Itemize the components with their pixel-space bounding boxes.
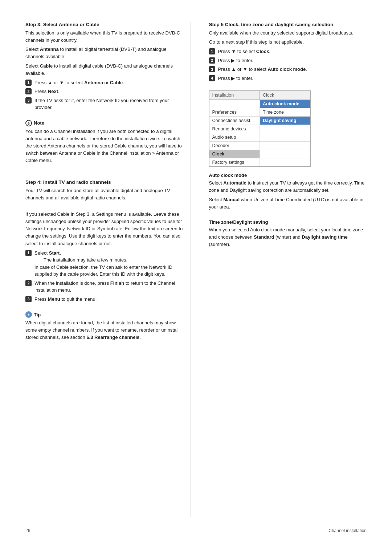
step5-list: 1 Press ▼ to select Clock. 2 Press ▶ to …	[209, 48, 367, 82]
step3-text3: If the TV asks for it, enter the Network…	[34, 97, 183, 111]
step4-para2: If you selected Cable in Step 3, a Setti…	[25, 211, 183, 247]
auto-clock-section: Auto clock mode Select Automatic to inst…	[209, 173, 367, 211]
tv-menu-cell-left-2: Preferences	[209, 108, 260, 116]
tv-menu-cell-right-1: Auto clock mode	[260, 100, 310, 108]
note-box: e Note You can do a Channel installation…	[25, 120, 183, 165]
step5-text1: Press ▼ to select Clock.	[218, 48, 270, 55]
note-body: You can do a Channel installation if you…	[25, 128, 183, 165]
auto-clock-body: Select Automatic to instruct your TV to …	[209, 179, 367, 211]
auto-clock-heading: Auto clock mode	[209, 173, 367, 178]
step4-sub1: The installation may take a few minutes.…	[34, 257, 172, 277]
tv-menu-cell-right-6	[260, 142, 310, 150]
step5-item3: 3 Press ▲ or ▼ to select Auto clock mode…	[209, 66, 367, 73]
tv-menu-row-3: Connections assist. Daylight saving	[209, 117, 310, 125]
tv-menu-cell-left-3: Connections assist.	[209, 117, 260, 125]
divider1	[25, 172, 183, 172]
tv-menu-row-2: Preferences Time zone	[209, 108, 310, 117]
tip-box: + Tip When digital channels are found, t…	[25, 311, 183, 341]
tv-menu-header: Installation Clock	[209, 91, 310, 100]
right-column: Step 5 Clock, time zone and daylight sav…	[205, 22, 367, 517]
step4-item1: 1 Select Start. The installation may tak…	[25, 250, 183, 278]
step3-item3: 3 If the TV asks for it, enter the Netwo…	[25, 97, 183, 111]
tv-menu-cell-left-6: Decoder	[209, 142, 260, 150]
step3-title: Step 3: Select Antenna or Cable	[25, 22, 183, 27]
tv-menu-header-clock: Clock	[260, 91, 310, 100]
step4-text2: When the installation is done, press Fin…	[34, 280, 183, 294]
tip-label: Tip	[34, 312, 41, 317]
step3-body: This selection is only available when th…	[25, 29, 183, 111]
tip-title: + Tip	[25, 311, 183, 318]
step5-intro: Only available when the country selected…	[209, 29, 367, 37]
tv-menu-cell-left-8: Factory settings	[209, 158, 260, 166]
tv-menu-row-6: Decoder	[209, 142, 310, 150]
tv-menu-row-5: Audio setup	[209, 133, 310, 142]
tv-menu-cell-right-8	[260, 158, 310, 166]
step4-text3: Press Menu to quit the menu.	[34, 296, 97, 303]
step4-section: Step 4: Install TV and radio channels Yo…	[25, 179, 183, 303]
tv-menu-cell-right-4	[260, 125, 310, 133]
left-column: Step 3: Select Antenna or Cable This sel…	[25, 22, 191, 517]
step5-text2: Press ▶ to enter.	[218, 57, 253, 64]
tv-menu-cell-right-3: Daylight saving	[260, 117, 310, 125]
tv-menu-row-4: Rename devices	[209, 125, 310, 133]
step4-item3: 3 Press Menu to quit the menu.	[25, 296, 183, 303]
step5-item2: 2 Press ▶ to enter.	[209, 57, 367, 64]
tv-menu-cell-right-2: Time zone	[260, 108, 310, 116]
step5-text3: Press ▲ or ▼ to select Auto clock mode.	[218, 66, 307, 73]
timezone-section: Time zone/Daylight saving When you selec…	[209, 219, 367, 248]
page-label: Channel installation	[328, 528, 367, 533]
tv-menu-header-installation: Installation	[209, 91, 260, 100]
timezone-body: When you selected Auto clock mode manual…	[209, 226, 367, 248]
step3-intro: This selection is only available when th…	[25, 29, 183, 44]
tv-menu-cell-left-4: Rename devices	[209, 125, 260, 133]
step3-para1: Select Antenna to install all digital te…	[25, 46, 183, 60]
step3-badge3: 3	[25, 97, 32, 104]
tv-menu-row-7: Clock	[209, 150, 310, 158]
auto-clock-para1: Select Automatic to instruct your TV to …	[209, 179, 367, 194]
step4-badge2: 2	[25, 280, 32, 286]
step5-badge1: 1	[209, 48, 215, 54]
step5-sub: Go to a next step if this step is not ap…	[209, 39, 367, 46]
step3-badge2: 2	[25, 88, 32, 94]
tv-menu-row-1: ... Auto clock mode	[209, 100, 310, 108]
timezone-para: When you selected Auto clock mode manual…	[209, 226, 367, 248]
step5-badge3: 3	[209, 66, 215, 72]
step3-item2: 2 Press Next.	[25, 88, 183, 95]
tv-menu-cell-left-7: Clock	[209, 150, 260, 158]
step5-section: Step 5 Clock, time zone and daylight sav…	[209, 22, 367, 82]
note-label: Note	[34, 120, 44, 126]
footer: 26 Channel installation	[25, 517, 367, 533]
step4-intro: Your TV will search for and store all av…	[25, 187, 183, 202]
tv-menu-row-8: Factory settings	[209, 158, 310, 166]
step3-text1: Press ▲ or ▼ to select Antenna or Cable.	[34, 79, 124, 86]
timezone-heading: Time zone/Daylight saving	[209, 219, 367, 225]
step4-body: Your TV will search for and store all av…	[25, 187, 183, 303]
step5-text4: Press ▶ to enter.	[218, 75, 253, 82]
step4-badge3: 3	[25, 296, 32, 302]
tip-icon: +	[25, 311, 32, 318]
tip-body: When digital channels are found, the lis…	[25, 319, 183, 341]
step4-text1: Select Start. The installation may take …	[34, 250, 183, 278]
tv-menu-cell-right-7	[260, 150, 310, 158]
step5-body: Only available when the country selected…	[209, 29, 367, 82]
page: Step 3: Select Antenna or Cable This sel…	[0, 0, 392, 555]
note-icon: e	[25, 120, 32, 126]
tv-menu-cell-left-5: Audio setup	[209, 133, 260, 141]
step5-item4: 4 Press ▶ to enter.	[209, 75, 367, 82]
step3-item1: 1 Press ▲ or ▼ to select Antenna or Cabl…	[25, 79, 183, 86]
tv-menu-cell-right-5	[260, 133, 310, 141]
tv-menu-cell-left-1: ...	[209, 100, 260, 108]
tv-menu: Installation Clock ... Auto clock mode P…	[209, 90, 311, 167]
step4-title: Step 4: Install TV and radio channels	[25, 179, 183, 185]
step3-section: Step 3: Select Antenna or Cable This sel…	[25, 22, 183, 111]
step4-badge1: 1	[25, 250, 32, 256]
step3-para2: Select Cable to install all digital cabl…	[25, 62, 183, 77]
page-number: 26	[25, 528, 30, 533]
note-title: e Note	[25, 120, 183, 126]
step5-item1: 1 Press ▼ to select Clock.	[209, 48, 367, 55]
step5-title: Step 5 Clock, time zone and daylight sav…	[209, 22, 367, 27]
step5-badge4: 4	[209, 75, 215, 81]
step3-badge1: 1	[25, 80, 32, 86]
step4-item2: 2 When the installation is done, press F…	[25, 280, 183, 294]
step5-badge2: 2	[209, 57, 215, 64]
